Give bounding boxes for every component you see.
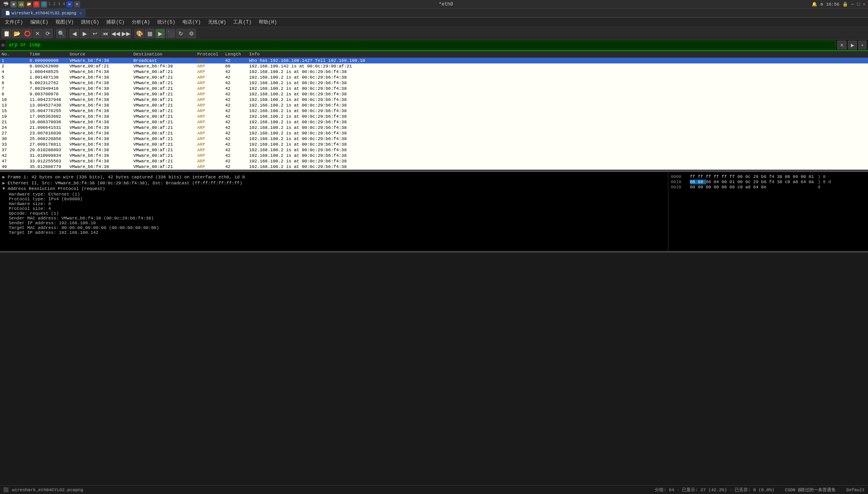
tb-icon5[interactable]: 🌐 <box>41 1 47 8</box>
cell-no: 19 <box>2 114 30 119</box>
cell-dst: VMware_00:af:21 <box>133 109 197 113</box>
cell-len: 42 <box>225 86 249 91</box>
tb-icon6[interactable]: ⊕ <box>74 1 80 8</box>
menu-view[interactable]: 视图(V) <box>52 18 77 26</box>
table-row[interactable]: 6 5.002312762 VMware_b6:f4:38 VMware_00:… <box>0 80 868 86</box>
tb-icon3[interactable]: 📁 <box>26 1 32 8</box>
table-row[interactable]: 21 19.006370036 VMware_b6:f4:38 VMware_0… <box>0 119 868 125</box>
frame-section[interactable]: ▶ Frame 1: 42 bytes on wire (336 bits), … <box>2 174 666 180</box>
hex-byte: 38 <box>777 174 785 179</box>
table-row[interactable]: 19 17.005363602 VMware_b6:f4:38 VMware_0… <box>0 114 868 119</box>
tb-icon4[interactable]: 🔴 <box>33 1 40 8</box>
col-header-info[interactable]: Info <box>249 52 866 57</box>
col-header-protocol[interactable]: Protocol <box>197 52 225 57</box>
table-row[interactable]: 8 9.003700970 VMware_b6:f4:38 VMware_00:… <box>0 91 868 97</box>
ethernet-section[interactable]: ▶ Ethernet II, Src: VMware_b6:f4:38 (00:… <box>2 180 666 186</box>
tb-icon2[interactable]: 🦊 <box>18 1 24 8</box>
cell-info: 192.168.100.2 is at 00:0c:29:b6:f4:38 <box>249 81 866 85</box>
table-row[interactable]: 13 13.004527430 VMware_b6:f4:38 VMware_0… <box>0 103 868 108</box>
menubar: 文件(F) 编辑(E) 视图(V) 跳转(G) 捕获(C) 分析(A) 统计(S… <box>0 18 868 27</box>
col-header-source[interactable]: Source <box>69 52 133 57</box>
stop-btn[interactable]: ⬛ <box>166 29 175 38</box>
menu-stats[interactable]: 统计(S) <box>154 18 179 26</box>
cell-time: 27.009178811 <box>30 142 69 147</box>
close-btn[interactable]: ✕ <box>33 29 42 38</box>
cell-len: 42 <box>225 81 249 85</box>
menu-wireless[interactable]: 无线(W) <box>205 18 230 26</box>
cell-no: 4 <box>2 69 30 74</box>
table-row[interactable]: 4 1.000448525 VMware_b6:f4:38 VMware_00:… <box>0 69 868 75</box>
find-btn[interactable]: 🔍 <box>56 29 66 38</box>
prev-btn[interactable]: ◀◀ <box>111 29 121 38</box>
col-header-no[interactable]: No. <box>2 52 30 57</box>
colorize-btn[interactable]: 🎨 <box>135 29 144 38</box>
packet-list[interactable]: 1 0.000000000 VMware_b6:f4:38 Broadcast … <box>0 58 868 170</box>
back-btn[interactable]: ◀ <box>69 29 79 38</box>
cell-time: 9.003700970 <box>30 92 69 97</box>
arp-detail-line: Hardware size: 6 <box>2 202 666 206</box>
table-row[interactable]: 5 1.001487130 VMware_b6:f4:38 VMware_00:… <box>0 75 868 80</box>
toolbar-sep2 <box>67 30 68 38</box>
window-minimize[interactable]: ─ <box>851 2 854 7</box>
table-row[interactable]: 37 29.010288893 VMware_b6:f4:38 VMware_0… <box>0 147 868 153</box>
filter-add-btn[interactable]: + <box>858 41 866 49</box>
tb-ws[interactable]: W <box>66 1 73 8</box>
table-row[interactable]: 27 23.007816030 VMware_b6:f4:38 VMware_0… <box>0 130 868 136</box>
filter-clear-btn[interactable]: ✕ <box>837 41 846 49</box>
layout-btn[interactable]: ▦ <box>145 29 155 38</box>
table-row[interactable]: 2 0.000262000 VMware_00:af:21 VMware_b6:… <box>0 63 868 69</box>
table-row[interactable]: 10 11.004237948 VMware_b6:f4:38 VMware_0… <box>0 97 868 103</box>
col-header-time[interactable]: Time <box>30 52 69 57</box>
new-capture-btn[interactable]: 📋 <box>2 29 11 38</box>
col-header-destination[interactable]: Destination <box>133 52 197 57</box>
table-row[interactable]: 24 21.006641531 VMware_b6:f4:38 VMware_0… <box>0 125 868 130</box>
menu-capture[interactable]: 捕获(C) <box>103 18 128 26</box>
table-row[interactable]: 33 27.009178811 VMware_b6:f4:38 VMware_0… <box>0 142 868 147</box>
cell-proto: ARP <box>197 58 225 63</box>
table-row[interactable]: 47 33.012255563 VMware_b6:f4:38 VMware_0… <box>0 158 868 164</box>
hex-byte: c0 <box>785 180 793 184</box>
first-btn[interactable]: ⏮ <box>101 29 110 38</box>
menu-help[interactable]: 帮助(H) <box>256 18 280 26</box>
hex-byte: ff <box>713 174 721 179</box>
start-btn[interactable]: ▶ <box>155 29 165 38</box>
eth-expand-icon[interactable]: ▶ <box>2 181 5 186</box>
goto-btn[interactable]: ↩ <box>90 29 100 38</box>
table-row[interactable]: 42 31.010999834 VMware_b6:f4:38 VMware_0… <box>0 153 868 158</box>
table-row[interactable]: 15 15.004776255 VMware_b6:f4:38 VMware_0… <box>0 108 868 114</box>
fwd-btn[interactable]: ▶ <box>80 29 89 38</box>
table-row[interactable]: 30 25.008220856 VMware_b6:f4:38 VMware_0… <box>0 136 868 142</box>
ethernet-label: Ethernet II, Src: VMware_b6:f4:38 (00:0c… <box>8 181 242 186</box>
reload-btn[interactable]: ⟳ <box>43 29 53 38</box>
arp-section[interactable]: ▼ Address Resolution Protocol (request) <box>2 186 666 191</box>
arp-expand-icon[interactable]: ▼ <box>2 186 5 191</box>
next-btn[interactable]: ▶▶ <box>121 29 131 38</box>
opts-btn[interactable]: ⚙ <box>186 29 196 38</box>
frame-expand-icon[interactable]: ▶ <box>2 175 5 180</box>
table-row[interactable]: 7 7.002949410 VMware_b6:f4:38 VMware_00:… <box>0 86 868 91</box>
tab-close[interactable]: ✕ <box>79 11 82 16</box>
col-header-length[interactable]: Length <box>225 52 249 57</box>
table-row[interactable]: 49 35.012886779 VMware_b6:f4:38 VMware_0… <box>0 164 868 170</box>
table-row[interactable]: 1 0.000000000 VMware_b6:f4:38 Broadcast … <box>0 58 868 63</box>
tb-icon1[interactable]: ▣ <box>10 1 17 8</box>
pane-divider-2[interactable] <box>0 251 868 253</box>
hex-byte: b6 <box>761 174 769 179</box>
menu-analyze[interactable]: 分析(A) <box>129 18 153 26</box>
hex-byte: 08 <box>785 174 793 179</box>
window-close[interactable]: ✕ <box>863 2 866 7</box>
menu-edit[interactable]: 编辑(E) <box>27 18 52 26</box>
window-maximize[interactable]: □ <box>857 2 860 7</box>
save-btn[interactable]: ⭕ <box>22 29 32 38</box>
menu-go[interactable]: 跳转(G) <box>78 18 103 26</box>
filter-apply-btn[interactable]: ▶ <box>848 41 857 49</box>
restart-btn[interactable]: ↻ <box>176 29 186 38</box>
packet-tab[interactable]: 📄 wireshark_eth04CYLO2.pcapng ✕ <box>2 9 85 17</box>
hex-row: 0020 00 00 00 00 00 00 c0 a8 64 8e d <box>671 185 866 190</box>
menu-tools[interactable]: 工具(T) <box>230 18 255 26</box>
menu-file[interactable]: 文件(F) <box>2 18 26 26</box>
menu-phone[interactable]: 电话(Y) <box>179 18 204 26</box>
filter-input[interactable] <box>6 41 835 49</box>
cell-src: VMware_b6:f4:38 <box>69 153 133 158</box>
open-btn[interactable]: 📂 <box>12 29 22 38</box>
